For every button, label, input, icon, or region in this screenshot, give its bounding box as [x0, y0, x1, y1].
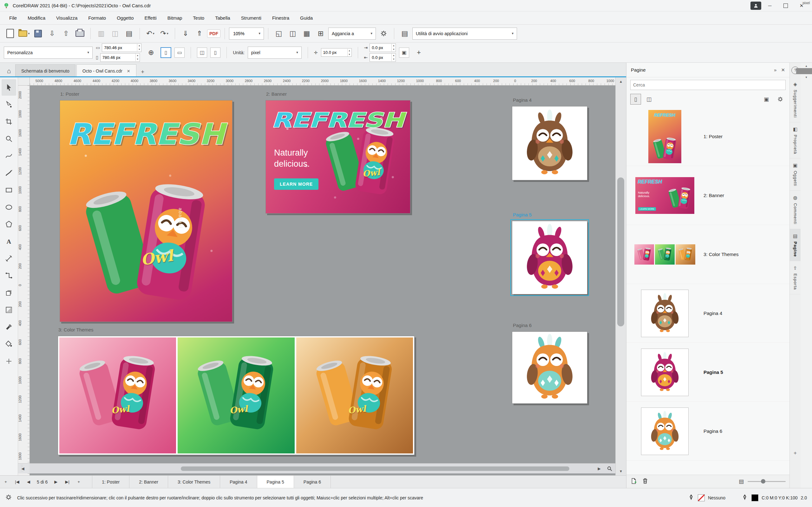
duplicate-y-input[interactable] [370, 55, 392, 60]
menu-item[interactable]: Formato [83, 13, 111, 23]
first-page-icon[interactable]: |◀ [11, 475, 23, 488]
dimension-tool[interactable] [2, 250, 16, 267]
cut-icon[interactable]: ▥ [95, 27, 107, 40]
menu-item[interactable]: Testo [188, 13, 210, 23]
nudge-distance-input[interactable] [321, 50, 347, 55]
vertical-scrollbar[interactable]: ▲ ▼ [615, 77, 626, 475]
spin-up-icon[interactable]: ▴ [392, 54, 396, 57]
spin-down-icon[interactable]: ▾ [392, 57, 396, 61]
nudge-target-icon[interactable]: ⊕ [145, 46, 157, 59]
close-tab-icon[interactable]: ✕ [127, 69, 131, 73]
artboard-page-4[interactable] [512, 106, 588, 180]
page-height-input[interactable] [101, 55, 136, 60]
horizontal-scroll-track[interactable] [28, 466, 595, 471]
duplicate-x-field[interactable]: ▴▾ [369, 43, 396, 52]
page-width-input[interactable] [102, 45, 137, 50]
pick-tool[interactable] [2, 79, 16, 96]
page-tab-themes[interactable]: 3: Color Themes [168, 475, 220, 488]
open-icon[interactable]: ▾ [18, 27, 31, 40]
menu-item[interactable]: Finestra [267, 13, 295, 23]
theme-variant-pink[interactable]: Owl [59, 337, 176, 453]
tab-document[interactable]: Octo - Owl Cans.cdr ✕ [77, 64, 136, 77]
add-tool-button[interactable] [2, 353, 16, 370]
zoom-tool-icon[interactable] [604, 466, 615, 471]
page-tab-5[interactable]: Pagina 5 [257, 475, 294, 488]
duplicate-x-input[interactable] [370, 45, 392, 50]
view-mode-icon[interactable]: ◫ [287, 27, 299, 40]
minimize-button[interactable]: ─ [763, 1, 777, 10]
add-page-icon[interactable] [630, 477, 637, 486]
artboard-poster[interactable]: REFRESH REFRESH Owl abacaxi [60, 100, 233, 322]
add-toolbar-item-icon[interactable]: + [412, 46, 425, 59]
page-tab-poster[interactable]: 1: Poster [92, 475, 130, 488]
home-icon[interactable]: ⌂ [3, 65, 15, 77]
page-row-4[interactable]: Pagina 4 [626, 284, 790, 343]
freehand-tool[interactable] [2, 148, 16, 164]
docker-settings-gear-icon[interactable] [775, 94, 786, 105]
ellipse-tool[interactable] [2, 199, 16, 216]
thumbnail-options-icon[interactable]: ▣ [761, 94, 772, 105]
app-launcher-combo[interactable]: Utilità di avvio applicazioni ▾ [412, 27, 517, 40]
previous-page-icon[interactable]: ◀ [23, 475, 34, 488]
page-row-themes[interactable]: 3: Color Themes [626, 225, 790, 284]
spin-down-icon[interactable]: ▾ [348, 53, 351, 56]
add-docker-icon[interactable]: + [794, 450, 797, 456]
tab-suggerimenti[interactable]: ◈Suggerimenti [790, 77, 801, 122]
spin-down-icon[interactable]: ▾ [392, 48, 396, 51]
redo-icon[interactable]: ↷▾ [158, 27, 171, 40]
connector-tool[interactable] [2, 268, 16, 284]
artboard-page-6[interactable] [512, 331, 588, 404]
copy-icon[interactable]: ◫ [109, 27, 121, 40]
tab-proprieta[interactable]: ◧Proprietà [790, 122, 801, 159]
last-page-icon[interactable]: ▶| [61, 475, 73, 488]
theme-variant-green[interactable]: Owl [177, 337, 294, 453]
menu-item[interactable]: Visualizza [51, 13, 83, 23]
rectangle-tool[interactable] [2, 182, 16, 199]
facing-page-view-button[interactable]: ◫ [644, 94, 654, 105]
list-view-icon[interactable]: ▤ [739, 478, 744, 485]
page-width-field[interactable]: ▴▾ [102, 43, 142, 52]
horizontal-scroll-thumb[interactable] [181, 466, 569, 471]
page-tab-6[interactable]: Pagina 6 [294, 475, 331, 488]
tab-esporta[interactable]: ⇧Esporta [790, 261, 801, 294]
eyedropper-tool[interactable] [2, 319, 16, 335]
interactive-fill-tool[interactable] [2, 336, 16, 352]
scroll-left-icon[interactable]: ◀ [18, 466, 28, 471]
grid-icon[interactable]: ▦ [300, 27, 313, 40]
ruler-origin[interactable] [18, 77, 30, 86]
menu-item[interactable]: Tabella [210, 13, 236, 23]
fill-indicator-icon[interactable] [688, 494, 695, 502]
account-icon[interactable] [751, 2, 761, 10]
full-screen-preview-icon[interactable]: ◱ [272, 27, 285, 40]
theme-variant-orange[interactable]: Owl [296, 337, 413, 453]
print-icon[interactable] [73, 27, 86, 40]
search-input[interactable] [630, 80, 786, 90]
docker-expand-icon[interactable]: » [774, 67, 776, 73]
docker-close-icon[interactable]: ✕ [781, 67, 785, 73]
options-gear-icon[interactable] [377, 27, 390, 40]
crop-tool[interactable] [2, 113, 16, 130]
document-options-icon[interactable]: ▤ [398, 27, 411, 40]
horizontal-scrollbar[interactable]: ◀ ▶ [18, 463, 615, 473]
landscape-orientation-button[interactable]: ▭ [174, 48, 185, 58]
palette-scroll-down-icon[interactable]: ▾ [805, 74, 807, 80]
menu-item[interactable]: Strumenti [236, 13, 267, 23]
spin-up-icon[interactable]: ▴ [392, 44, 396, 48]
palette-scroll-up-icon[interactable]: ▴ [805, 63, 807, 68]
vertical-ruler[interactable]: 2000180016001400120010008006004002000200… [18, 86, 30, 475]
menu-item[interactable]: Bitmap [162, 13, 188, 23]
drop-shadow-tool[interactable] [2, 285, 16, 301]
import-icon[interactable]: ⇩ [46, 27, 58, 40]
export-document-icon[interactable]: ⇑ [193, 27, 206, 40]
outline-indicator-icon[interactable] [741, 494, 748, 502]
vertical-scroll-thumb[interactable] [617, 177, 624, 326]
paste-icon[interactable]: ▤ [123, 27, 136, 40]
shape-tool[interactable] [2, 96, 16, 113]
menu-item[interactable]: File [4, 13, 22, 23]
duplicate-y-field[interactable]: ▴▾ [369, 53, 396, 62]
portrait-orientation-button[interactable]: ▯ [160, 47, 171, 58]
delete-page-icon[interactable] [642, 477, 649, 486]
menu-item[interactable]: Guida [295, 13, 318, 23]
polygon-tool[interactable] [2, 216, 16, 233]
publish-pdf-button[interactable]: PDF [207, 30, 220, 38]
